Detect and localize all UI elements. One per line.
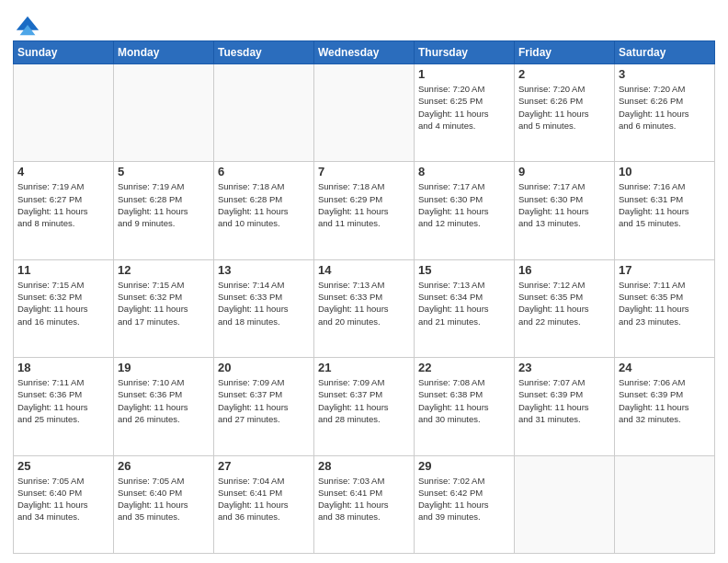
calendar-cell: 15Sunrise: 7:13 AM Sunset: 6:34 PM Dayli… bbox=[415, 259, 515, 357]
day-info: Sunrise: 7:04 AM Sunset: 6:41 PM Dayligh… bbox=[218, 475, 310, 523]
calendar-week-4: 25Sunrise: 7:05 AM Sunset: 6:40 PM Dayli… bbox=[14, 455, 715, 553]
day-number: 21 bbox=[318, 361, 410, 374]
day-number: 27 bbox=[218, 459, 310, 473]
calendar-week-0: 1Sunrise: 7:20 AM Sunset: 6:25 PM Daylig… bbox=[14, 64, 715, 162]
day-info: Sunrise: 7:18 AM Sunset: 6:29 PM Dayligh… bbox=[318, 180, 410, 229]
calendar-cell bbox=[615, 455, 715, 553]
day-info: Sunrise: 7:14 AM Sunset: 6:33 PM Dayligh… bbox=[218, 279, 310, 327]
day-info: Sunrise: 7:18 AM Sunset: 6:28 PM Dayligh… bbox=[218, 180, 310, 229]
day-number: 8 bbox=[418, 165, 510, 178]
calendar-cell: 14Sunrise: 7:13 AM Sunset: 6:33 PM Dayli… bbox=[314, 259, 415, 357]
day-info: Sunrise: 7:08 AM Sunset: 6:38 PM Dayligh… bbox=[418, 376, 510, 425]
day-number: 13 bbox=[218, 263, 310, 277]
day-number: 2 bbox=[518, 67, 610, 81]
page-container: SundayMondayTuesdayWednesdayThursdayFrid… bbox=[0, 0, 728, 563]
day-info: Sunrise: 7:15 AM Sunset: 6:32 PM Dayligh… bbox=[118, 279, 210, 327]
day-info: Sunrise: 7:09 AM Sunset: 6:37 PM Dayligh… bbox=[318, 376, 410, 425]
weekday-header-monday: Monday bbox=[114, 41, 214, 64]
day-number: 14 bbox=[318, 263, 410, 277]
day-info: Sunrise: 7:20 AM Sunset: 6:25 PM Dayligh… bbox=[418, 83, 510, 132]
calendar-cell bbox=[214, 64, 314, 162]
calendar-week-1: 4Sunrise: 7:19 AM Sunset: 6:27 PM Daylig… bbox=[14, 162, 715, 259]
weekday-header-sunday: Sunday bbox=[14, 41, 114, 64]
day-info: Sunrise: 7:19 AM Sunset: 6:28 PM Dayligh… bbox=[118, 180, 210, 229]
calendar-cell: 28Sunrise: 7:03 AM Sunset: 6:41 PM Dayli… bbox=[314, 455, 415, 553]
weekday-header-tuesday: Tuesday bbox=[214, 41, 314, 64]
calendar-cell: 24Sunrise: 7:06 AM Sunset: 6:39 PM Dayli… bbox=[615, 358, 715, 455]
day-info: Sunrise: 7:12 AM Sunset: 6:35 PM Dayligh… bbox=[518, 279, 610, 327]
day-number: 17 bbox=[619, 263, 711, 277]
calendar-cell: 8Sunrise: 7:17 AM Sunset: 6:30 PM Daylig… bbox=[415, 162, 515, 259]
day-number: 10 bbox=[619, 165, 711, 178]
day-info: Sunrise: 7:05 AM Sunset: 6:40 PM Dayligh… bbox=[118, 475, 210, 523]
logo-icon bbox=[15, 13, 40, 39]
day-info: Sunrise: 7:02 AM Sunset: 6:42 PM Dayligh… bbox=[418, 475, 510, 523]
calendar-cell bbox=[515, 455, 615, 553]
day-info: Sunrise: 7:13 AM Sunset: 6:34 PM Dayligh… bbox=[418, 279, 510, 327]
calendar-cell: 11Sunrise: 7:15 AM Sunset: 6:32 PM Dayli… bbox=[14, 259, 114, 357]
day-number: 28 bbox=[318, 459, 410, 473]
day-info: Sunrise: 7:05 AM Sunset: 6:40 PM Dayligh… bbox=[17, 475, 109, 523]
day-number: 3 bbox=[619, 67, 711, 81]
logo bbox=[13, 13, 40, 35]
day-number: 5 bbox=[118, 165, 210, 178]
day-number: 1 bbox=[418, 67, 510, 81]
day-info: Sunrise: 7:07 AM Sunset: 6:39 PM Dayligh… bbox=[518, 376, 610, 425]
day-number: 16 bbox=[518, 263, 610, 277]
day-number: 20 bbox=[218, 361, 310, 374]
calendar-cell: 13Sunrise: 7:14 AM Sunset: 6:33 PM Dayli… bbox=[214, 259, 314, 357]
day-info: Sunrise: 7:13 AM Sunset: 6:33 PM Dayligh… bbox=[318, 279, 410, 327]
day-info: Sunrise: 7:17 AM Sunset: 6:30 PM Dayligh… bbox=[518, 180, 610, 229]
day-number: 18 bbox=[17, 361, 109, 374]
calendar-cell: 21Sunrise: 7:09 AM Sunset: 6:37 PM Dayli… bbox=[314, 358, 415, 455]
day-number: 24 bbox=[619, 361, 711, 374]
calendar-cell: 29Sunrise: 7:02 AM Sunset: 6:42 PM Dayli… bbox=[415, 455, 515, 553]
day-info: Sunrise: 7:20 AM Sunset: 6:26 PM Dayligh… bbox=[518, 83, 610, 132]
day-info: Sunrise: 7:11 AM Sunset: 6:35 PM Dayligh… bbox=[619, 279, 711, 327]
day-number: 11 bbox=[17, 263, 109, 277]
calendar-cell: 2Sunrise: 7:20 AM Sunset: 6:26 PM Daylig… bbox=[515, 64, 615, 162]
calendar-cell: 10Sunrise: 7:16 AM Sunset: 6:31 PM Dayli… bbox=[615, 162, 715, 259]
calendar-cell: 12Sunrise: 7:15 AM Sunset: 6:32 PM Dayli… bbox=[114, 259, 214, 357]
calendar-table: SundayMondayTuesdayWednesdayThursdayFrid… bbox=[13, 40, 715, 554]
day-number: 6 bbox=[218, 165, 310, 178]
day-number: 15 bbox=[418, 263, 510, 277]
calendar-cell: 3Sunrise: 7:20 AM Sunset: 6:26 PM Daylig… bbox=[615, 64, 715, 162]
calendar-cell bbox=[114, 64, 214, 162]
day-number: 23 bbox=[518, 361, 610, 374]
day-number: 9 bbox=[518, 165, 610, 178]
calendar-cell: 20Sunrise: 7:09 AM Sunset: 6:37 PM Dayli… bbox=[214, 358, 314, 455]
weekday-header-wednesday: Wednesday bbox=[314, 41, 415, 64]
calendar-cell: 6Sunrise: 7:18 AM Sunset: 6:28 PM Daylig… bbox=[214, 162, 314, 259]
calendar-cell: 18Sunrise: 7:11 AM Sunset: 6:36 PM Dayli… bbox=[14, 358, 114, 455]
weekday-header-saturday: Saturday bbox=[615, 41, 715, 64]
calendar-cell: 9Sunrise: 7:17 AM Sunset: 6:30 PM Daylig… bbox=[515, 162, 615, 259]
day-info: Sunrise: 7:09 AM Sunset: 6:37 PM Dayligh… bbox=[218, 376, 310, 425]
calendar-cell bbox=[14, 64, 114, 162]
calendar-cell bbox=[314, 64, 415, 162]
day-number: 19 bbox=[118, 361, 210, 374]
day-info: Sunrise: 7:03 AM Sunset: 6:41 PM Dayligh… bbox=[318, 475, 410, 523]
weekday-header-thursday: Thursday bbox=[415, 41, 515, 64]
calendar-cell: 26Sunrise: 7:05 AM Sunset: 6:40 PM Dayli… bbox=[114, 455, 214, 553]
day-number: 22 bbox=[418, 361, 510, 374]
day-number: 25 bbox=[17, 459, 109, 473]
day-number: 26 bbox=[118, 459, 210, 473]
day-info: Sunrise: 7:16 AM Sunset: 6:31 PM Dayligh… bbox=[619, 180, 711, 229]
calendar-week-3: 18Sunrise: 7:11 AM Sunset: 6:36 PM Dayli… bbox=[14, 358, 715, 455]
calendar-cell: 27Sunrise: 7:04 AM Sunset: 6:41 PM Dayli… bbox=[214, 455, 314, 553]
calendar-cell: 4Sunrise: 7:19 AM Sunset: 6:27 PM Daylig… bbox=[14, 162, 114, 259]
day-info: Sunrise: 7:15 AM Sunset: 6:32 PM Dayligh… bbox=[17, 279, 109, 327]
day-info: Sunrise: 7:17 AM Sunset: 6:30 PM Dayligh… bbox=[418, 180, 510, 229]
calendar-cell: 25Sunrise: 7:05 AM Sunset: 6:40 PM Dayli… bbox=[14, 455, 114, 553]
day-info: Sunrise: 7:19 AM Sunset: 6:27 PM Dayligh… bbox=[17, 180, 109, 229]
calendar-week-2: 11Sunrise: 7:15 AM Sunset: 6:32 PM Dayli… bbox=[14, 259, 715, 357]
calendar-cell: 17Sunrise: 7:11 AM Sunset: 6:35 PM Dayli… bbox=[615, 259, 715, 357]
calendar-cell: 19Sunrise: 7:10 AM Sunset: 6:36 PM Dayli… bbox=[114, 358, 214, 455]
calendar-cell: 5Sunrise: 7:19 AM Sunset: 6:28 PM Daylig… bbox=[114, 162, 214, 259]
weekday-header-friday: Friday bbox=[515, 41, 615, 64]
calendar-cell: 1Sunrise: 7:20 AM Sunset: 6:25 PM Daylig… bbox=[415, 64, 515, 162]
calendar-cell: 22Sunrise: 7:08 AM Sunset: 6:38 PM Dayli… bbox=[415, 358, 515, 455]
day-info: Sunrise: 7:10 AM Sunset: 6:36 PM Dayligh… bbox=[118, 376, 210, 425]
day-number: 7 bbox=[318, 165, 410, 178]
